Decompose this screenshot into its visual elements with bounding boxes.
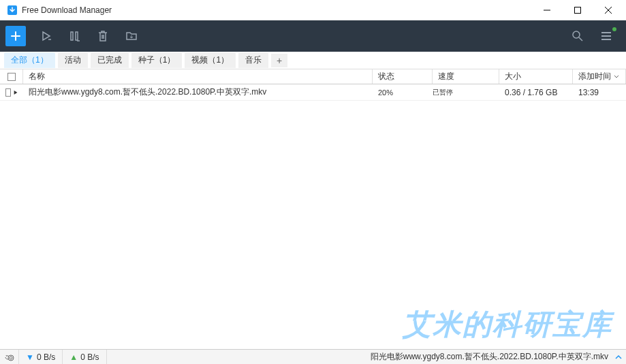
expand-button[interactable] — [611, 353, 626, 361]
snail-mode-button[interactable] — [0, 350, 19, 364]
minimize-button[interactable] — [531, 0, 562, 20]
toolbar — [0, 20, 626, 52]
svg-rect-5 — [76, 32, 78, 40]
tab-music[interactable]: 音乐 — [238, 52, 268, 68]
menu-button[interactable] — [592, 23, 621, 49]
close-button[interactable] — [593, 0, 623, 20]
table-row[interactable]: 阳光电影www.ygdy8.com.暂不低头.2022.BD.1080P.中英双… — [0, 84, 626, 101]
select-all-checkbox[interactable] — [7, 73, 16, 81]
row-status-percent: 20% — [373, 84, 433, 100]
upload-arrow-icon: ▲ — [69, 352, 78, 362]
search-button[interactable] — [563, 23, 592, 49]
pause-button[interactable] — [60, 23, 89, 49]
statusbar-filename: 阳光电影www.ygdy8.com.暂不低头.2022.BD.1080P.中英双… — [107, 351, 612, 363]
download-speed-indicator[interactable]: ▼ 0 B/s — [19, 350, 63, 364]
download-speed-value: 0 B/s — [37, 352, 55, 362]
play-button[interactable] — [31, 23, 60, 49]
window-title: Free Download Manager — [22, 5, 531, 15]
window-controls — [531, 0, 623, 20]
header-status[interactable]: 状态 — [373, 69, 433, 84]
svg-point-10 — [10, 357, 12, 359]
download-arrow-icon: ▼ — [26, 352, 34, 362]
add-download-button[interactable] — [5, 26, 26, 46]
folder-button[interactable] — [117, 23, 146, 49]
header-name[interactable]: 名称 — [23, 69, 373, 84]
header-time-label: 添加时间 — [578, 71, 611, 82]
app-icon — [7, 5, 18, 16]
svg-point-2 — [48, 39, 50, 40]
tab-video[interactable]: 视频（1） — [185, 52, 236, 68]
svg-point-7 — [78, 40, 80, 42]
tab-all[interactable]: 全部（1） — [4, 52, 55, 68]
filter-tabs: 全部（1） 活动 已完成 种子（1） 视频（1） 音乐 + — [0, 52, 626, 69]
svg-rect-1 — [574, 7, 580, 13]
play-icon[interactable] — [14, 89, 18, 96]
header-speed[interactable]: 速度 — [433, 69, 499, 84]
table-header: 名称 状态 速度 大小 添加时间 — [0, 69, 626, 84]
tab-completed[interactable]: 已完成 — [91, 52, 129, 68]
upload-speed-indicator[interactable]: ▲ 0 B/s — [63, 350, 106, 364]
svg-point-9 — [8, 355, 14, 361]
svg-rect-4 — [71, 32, 73, 40]
row-status-text: 已暂停 — [433, 84, 467, 100]
tab-active[interactable]: 活动 — [58, 52, 88, 68]
row-controls — [0, 84, 23, 100]
sort-icon — [614, 74, 619, 80]
svg-point-6 — [77, 40, 78, 42]
watermark-text: 艾米的科研宝库 — [403, 305, 612, 344]
svg-point-8 — [573, 31, 580, 38]
delete-button[interactable] — [89, 23, 117, 49]
row-filename: 阳光电影www.ygdy8.com.暂不低头.2022.BD.1080P.中英双… — [23, 84, 373, 100]
titlebar: Free Download Manager — [0, 0, 626, 20]
row-speed — [467, 84, 499, 100]
maximize-button[interactable] — [562, 0, 593, 20]
row-checkbox[interactable] — [5, 88, 11, 97]
tab-add-button[interactable]: + — [271, 54, 287, 67]
row-size: 0.36 / 1.76 GB — [499, 84, 573, 100]
statusbar: ▼ 0 B/s ▲ 0 B/s 阳光电影www.ygdy8.com.暂不低头.2… — [0, 349, 626, 364]
header-size[interactable]: 大小 — [499, 69, 573, 84]
row-time: 13:39 — [573, 84, 626, 100]
header-checkbox-cell — [0, 69, 23, 84]
svg-point-3 — [50, 39, 51, 40]
download-list: 阳光电影www.ygdy8.com.暂不低头.2022.BD.1080P.中英双… — [0, 84, 626, 101]
header-time[interactable]: 添加时间 — [573, 69, 626, 84]
tab-seeds[interactable]: 种子（1） — [131, 52, 183, 68]
upload-speed-value: 0 B/s — [80, 352, 99, 362]
